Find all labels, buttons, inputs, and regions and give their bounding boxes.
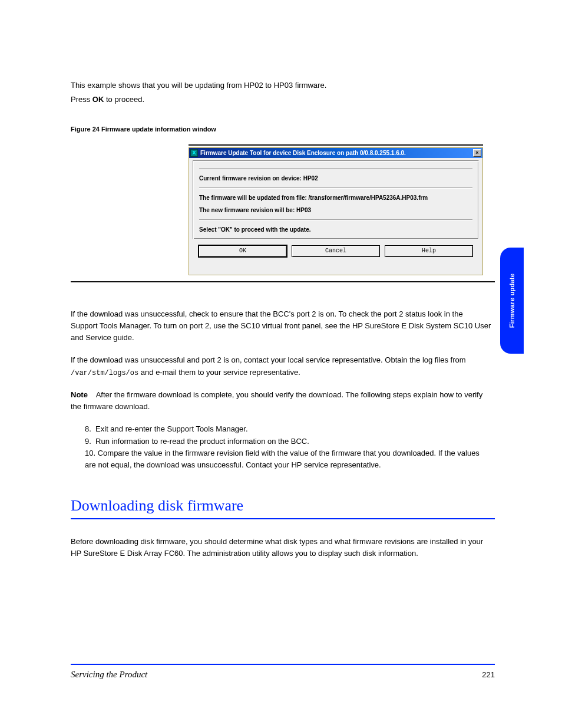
- body-paragraph-2: If the download was unsuccessful and por…: [71, 354, 491, 378]
- section-heading: Downloading disk firmware: [71, 497, 491, 515]
- panel-rule-3: [199, 219, 472, 220]
- intro-line-1: This example shows that you will be upda…: [71, 80, 491, 91]
- current-firmware-text: Current firmware revision on device: HP0…: [199, 175, 472, 182]
- titlebar: X Firmware Update Tool for device Disk E…: [189, 148, 482, 158]
- proceed-text: Select "OK" to proceed with the update.: [199, 226, 472, 233]
- step-10: 10. Compare the value in the firmware re…: [85, 447, 491, 471]
- figure-caption: Figure 24 Firmware update information wi…: [71, 126, 491, 133]
- titlebar-text: Firmware Update Tool for device Disk Enc…: [200, 150, 473, 156]
- footer-page-number: 221: [482, 670, 495, 679]
- figure-rule-bottom: [71, 281, 495, 282]
- button-row: OK Cancel Help: [193, 241, 479, 257]
- info-panel: Current firmware revision on device: HP0…: [193, 160, 479, 239]
- x-icon: X: [192, 150, 196, 156]
- heading-rule: [71, 518, 495, 519]
- body-paragraph-1: If the download was unsuccessful, check …: [71, 308, 491, 344]
- figure-rule-top: [189, 144, 483, 146]
- body-text: If the download was unsuccessful, check …: [71, 308, 491, 471]
- step-9: 9. Run information to re-read the produc…: [85, 436, 491, 447]
- log-path: /var/stm/logs/os: [71, 369, 138, 377]
- footer-rule: [71, 664, 495, 665]
- footer-title: Servicing the Product: [71, 670, 147, 680]
- dialog-body: Current firmware revision on device: HP0…: [189, 158, 482, 275]
- step-8: 8. Exit and re-enter the Support Tools M…: [85, 423, 491, 435]
- new-revision-text: The new firmware revision will be: HP03: [199, 207, 472, 213]
- page-footer: Servicing the Product 221: [0, 664, 562, 680]
- titlebar-icon: X: [190, 149, 198, 157]
- side-tab: Firmware update: [500, 248, 524, 354]
- ok-button[interactable]: OK: [199, 245, 287, 257]
- cancel-button[interactable]: Cancel: [292, 245, 380, 257]
- intro-text: This example shows that you will be upda…: [71, 80, 491, 105]
- close-button[interactable]: ×: [473, 149, 481, 157]
- panel-rule-1: [199, 168, 472, 169]
- note: Note After the firmware download is comp…: [71, 389, 491, 413]
- update-file-text: The firmware will be updated from file: …: [199, 195, 472, 201]
- note-label: Note: [71, 390, 88, 399]
- panel-rule-2: [199, 187, 472, 189]
- heading-body-text: Before downloading disk firmware, you sh…: [71, 536, 491, 559]
- figure-wrapper: X Firmware Update Tool for device Disk E…: [71, 147, 491, 275]
- intro-line-2: Press OK to proceed.: [71, 94, 491, 106]
- note-body: After the firmware download is complete,…: [71, 390, 482, 411]
- close-icon: ×: [475, 150, 478, 156]
- side-tab-label: Firmware update: [508, 274, 515, 328]
- help-button[interactable]: Help: [385, 245, 473, 257]
- dialog-window: X Firmware Update Tool for device Disk E…: [189, 147, 483, 275]
